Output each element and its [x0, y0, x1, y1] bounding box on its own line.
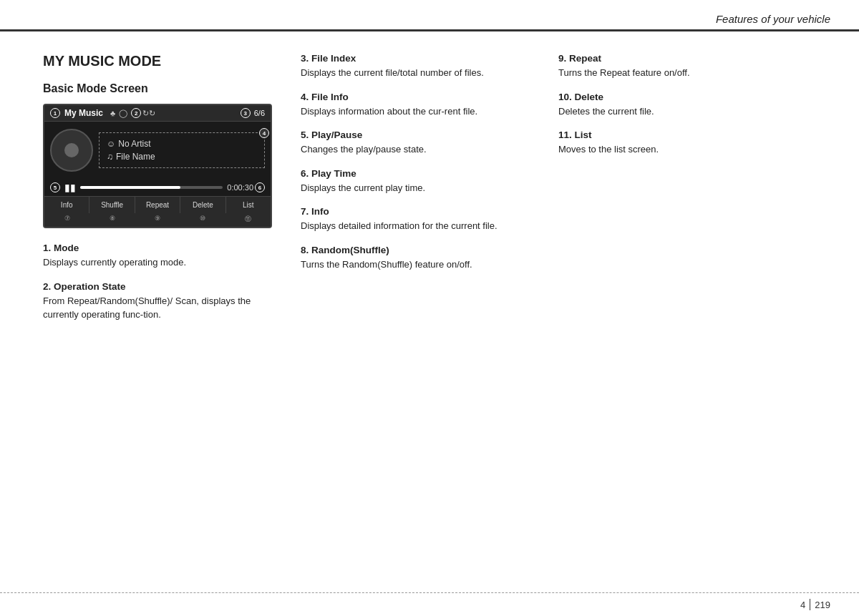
desc-6-text: Displays the current play time. — [301, 181, 544, 195]
desc-8: 8. Random(Shuffle) Turns the Random(Shuf… — [301, 245, 544, 272]
desc-3: 3. File Index Displays the current file/… — [301, 53, 544, 80]
progress-fill — [80, 186, 180, 189]
desc-3-title: 3. File Index — [301, 53, 544, 64]
track-name: ♫ File Name — [107, 152, 257, 162]
desc-10: 10. Delete Deletes the current file. — [558, 92, 816, 119]
desc-8-text: Turns the Random(Shuffle) feature on/off… — [301, 258, 544, 272]
desc-8-title: 8. Random(Shuffle) — [301, 245, 544, 255]
progress-bar — [80, 186, 223, 189]
main-content: MY MUSIC MODE Basic Mode Screen 1 My Mus… — [0, 31, 859, 348]
album-art — [50, 129, 93, 172]
desc-11: 11. List Moves to the list screen. — [558, 129, 816, 157]
delete-button[interactable]: Delete — [180, 197, 225, 213]
desc-5-text: Changes the play/pause state. — [301, 142, 544, 157]
page-header: Features of your vehicle — [0, 13, 859, 31]
left-column: MY MUSIC MODE Basic Mode Screen 1 My Mus… — [43, 53, 301, 333]
page-divider — [810, 599, 810, 610]
desc-1: 1. Mode Displays currently operating mod… — [43, 243, 279, 270]
desc-2: 2. Operation State From Repeat/Random(Sh… — [43, 281, 279, 322]
desc-1-title: 1. Mode — [43, 243, 279, 253]
btn-num-9: ⑨ — [135, 215, 180, 224]
track-info-wrapper: ☺ No Artist ♫ File Name 4 — [99, 132, 265, 168]
btn-num-8: ⑧ — [89, 215, 135, 224]
track-count: 3 6/6 — [241, 108, 265, 118]
num1-badge: 1 — [50, 108, 60, 118]
artist-text: No Artist — [118, 139, 150, 149]
music-icon: ♫ — [107, 152, 113, 162]
desc-4-title: 4. File Info — [301, 92, 544, 102]
desc-5: 5. Play/Pause Changes the play/pause sta… — [301, 129, 544, 157]
page-number: 4 219 — [800, 599, 830, 610]
desc-5-title: 5. Play/Pause — [301, 129, 544, 140]
num2-badge: 2 — [131, 108, 141, 118]
player-mode-label: My Music — [64, 108, 103, 118]
btn-num-11: ⑪ — [225, 215, 271, 224]
page-section: 4 — [800, 600, 805, 610]
time-display: 0:00:30 6 — [227, 182, 265, 192]
info-button[interactable]: Info — [44, 197, 89, 213]
page-footer: 4 219 — [0, 592, 859, 616]
desc-6: 6. Play Time Displays the current play t… — [301, 168, 544, 195]
desc-10-text: Deletes the current file. — [558, 104, 816, 119]
num6-badge: 6 — [255, 182, 265, 192]
button-numbers: ⑦ ⑧ ⑨ ⑩ ⑪ — [44, 213, 271, 227]
repeat-icon: ↻↻ — [142, 109, 155, 118]
right-column: 9. Repeat Turns the Repeat feature on/of… — [558, 53, 816, 333]
desc-7: 7. Info Displays detailed information fo… — [301, 206, 544, 233]
player-controls: 5 ▮▮ 0:00:30 6 — [44, 179, 271, 196]
desc-7-text: Displays detailed information for the cu… — [301, 219, 544, 233]
main-title: MY MUSIC MODE — [43, 53, 279, 69]
page-num-text: 219 — [815, 600, 830, 610]
desc-6-title: 6. Play Time — [301, 168, 544, 179]
settings-icon: ◯ — [119, 109, 127, 118]
track-count-text: 6/6 — [254, 109, 265, 117]
repeat-button[interactable]: Repeat — [135, 197, 180, 213]
mode-text: My Music — [64, 108, 103, 118]
desc-4: 4. File Info Displays information about … — [301, 92, 544, 119]
bluetooth-icon: ♣ — [110, 109, 115, 117]
desc-2-text: From Repeat/Random(Shuffle)/ Scan, displ… — [43, 294, 279, 322]
desc-9-title: 9. Repeat — [558, 53, 816, 64]
play-pause-btn[interactable]: ▮▮ — [64, 182, 76, 193]
desc-2-title: 2. Operation State — [43, 281, 279, 292]
num4-badge: 4 — [259, 128, 269, 138]
desc-11-title: 11. List — [558, 129, 816, 140]
player-buttons: Info Shuffle Repeat Delete List — [44, 196, 271, 213]
person-icon: ☺ — [107, 139, 115, 149]
file-name-text: File Name — [116, 152, 155, 162]
header-title: Features of your vehicle — [716, 13, 830, 25]
sub-title: Basic Mode Screen — [43, 82, 279, 95]
desc-3-text: Displays the current file/total number o… — [301, 66, 544, 80]
mid-column: 3. File Index Displays the current file/… — [301, 53, 558, 333]
player-icons: ♣ ◯ 2 ↻↻ — [110, 108, 155, 118]
desc-9-text: Turns the Repeat feature on/off. — [558, 66, 816, 80]
num2-group: 2 ↻↻ — [131, 108, 155, 118]
shuffle-button[interactable]: Shuffle — [89, 197, 135, 213]
desc-9: 9. Repeat Turns the Repeat feature on/of… — [558, 53, 816, 80]
num5-badge: 5 — [50, 182, 60, 192]
desc-4-text: Displays information about the cur-rent … — [301, 104, 544, 119]
time-text: 0:00:30 — [227, 183, 253, 192]
track-artist: ☺ No Artist — [107, 139, 257, 149]
player-screen: 1 My Music ♣ ◯ 2 ↻↻ 3 6/6 — [43, 104, 272, 228]
album-art-inner — [64, 143, 79, 157]
track-info: ☺ No Artist ♫ File Name — [99, 132, 265, 168]
desc-7-title: 7. Info — [301, 206, 544, 217]
desc-1-text: Displays currently operating mode. — [43, 255, 279, 270]
num3-badge: 3 — [241, 108, 251, 118]
btn-num-7: ⑦ — [44, 215, 89, 224]
list-button[interactable]: List — [226, 197, 271, 213]
desc-10-title: 10. Delete — [558, 92, 816, 102]
btn-num-10: ⑩ — [180, 215, 225, 224]
player-top-bar: 1 My Music ♣ ◯ 2 ↻↻ 3 6/6 — [44, 105, 271, 122]
desc-11-text: Moves to the list screen. — [558, 142, 816, 157]
player-body: ☺ No Artist ♫ File Name 4 — [44, 122, 271, 179]
